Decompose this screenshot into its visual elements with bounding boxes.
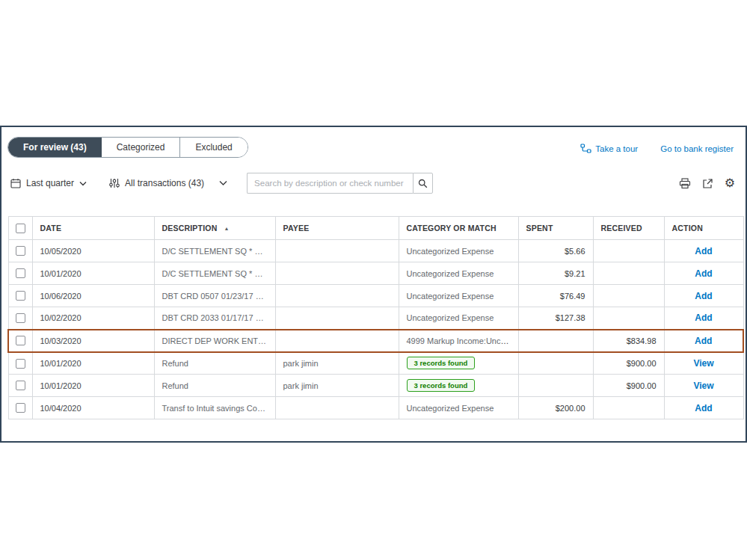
received-cell: [593, 262, 664, 285]
payee-cell: [275, 285, 399, 307]
go-to-bank-register-link[interactable]: Go to bank register: [660, 144, 734, 153]
row-checkbox[interactable]: [16, 246, 25, 256]
payee-cell: park jimin: [275, 375, 399, 397]
checkbox-cell: [8, 285, 32, 307]
received-cell: $900.00: [593, 352, 664, 375]
table-row: 10/05/2020 D/C SETTLEMENT SQ * EATIN ...…: [8, 240, 743, 262]
transaction-type-chevron-icon[interactable]: [219, 180, 227, 186]
col-description[interactable]: DESCRIPTION ▲: [154, 217, 275, 240]
print-icon[interactable]: [679, 178, 691, 189]
description-cell: DBT CRD 2033 01/17/17 00023...: [154, 307, 275, 330]
table-header-row: DATE DESCRIPTION ▲ PAYEE CATEGORY OR MAT…: [8, 217, 743, 240]
transactions-table-wrap: DATE DESCRIPTION ▲ PAYEE CATEGORY OR MAT…: [7, 216, 740, 419]
table-row: 10/01/2020 Refund park jimin 3 records f…: [8, 375, 743, 397]
col-description-label: DESCRIPTION: [162, 224, 218, 233]
description-cell: D/C SETTLEMENT SQ * EATIN ...: [154, 240, 275, 262]
search-input[interactable]: [247, 173, 413, 194]
transactions-body: 10/05/2020 D/C SETTLEMENT SQ * EATIN ...…: [8, 240, 743, 419]
category-cell: Uncategorized Expense: [399, 240, 518, 262]
banking-transactions-screen: For review (43) Categorized Excluded Tak…: [0, 0, 747, 560]
transaction-type-label: All transactions (43): [125, 178, 204, 188]
row-checkbox[interactable]: [16, 268, 25, 278]
date-cell: 10/01/2020: [32, 352, 154, 375]
chevron-down-icon: [79, 181, 87, 186]
settings-gear-icon[interactable]: ⚙: [725, 177, 735, 189]
tab-excluded[interactable]: Excluded: [180, 138, 247, 157]
checkbox-cell: [8, 330, 32, 352]
action-link[interactable]: Add: [664, 307, 743, 330]
col-payee[interactable]: PAYEE: [275, 217, 399, 240]
filter-sliders-icon: [109, 178, 120, 188]
category-text: Uncategorized Expense: [407, 404, 494, 413]
description-cell: DBT CRD 0507 01/23/17 00035...: [154, 285, 275, 307]
take-a-tour-label: Take a tour: [595, 144, 638, 153]
payee-cell: [275, 307, 399, 330]
date-cell: 10/04/2020: [32, 397, 154, 419]
export-icon[interactable]: [702, 178, 713, 189]
date-range-filter[interactable]: Last quarter: [10, 178, 87, 188]
checkbox-cell: [8, 397, 32, 419]
header-links: Take a tour Go to bank register: [580, 144, 734, 153]
checkbox-cell: [8, 352, 32, 375]
row-checkbox[interactable]: [16, 291, 25, 301]
action-link[interactable]: Add: [664, 397, 743, 419]
spent-cell: $200.00: [518, 397, 593, 419]
col-spent[interactable]: SPENT: [518, 217, 593, 240]
col-category-or-match[interactable]: CATEGORY OR MATCH: [399, 217, 518, 240]
row-checkbox[interactable]: [16, 313, 25, 323]
select-all-header-cell: [8, 217, 32, 240]
table-toolbar: ⚙: [679, 177, 735, 189]
take-a-tour-link[interactable]: Take a tour: [580, 144, 638, 153]
description-cell: Transf to Intuit savings Confirm...: [154, 397, 275, 419]
action-link[interactable]: Add: [664, 285, 743, 307]
transaction-tabs: For review (43) Categorized Excluded: [7, 137, 248, 158]
action-link[interactable]: View: [664, 352, 743, 375]
table-row: 10/01/2020 Refund park jimin 3 records f…: [8, 352, 743, 375]
records-found-badge[interactable]: 3 records found: [407, 379, 476, 392]
received-cell: [593, 240, 664, 262]
search-button[interactable]: [413, 173, 433, 194]
transaction-type-filter[interactable]: All transactions (43): [109, 178, 204, 188]
row-checkbox[interactable]: [16, 403, 25, 413]
row-checkbox[interactable]: [16, 359, 25, 369]
spent-cell: $76.49: [518, 285, 593, 307]
sort-asc-icon: ▲: [224, 226, 230, 231]
payee-cell: [275, 397, 399, 419]
action-link[interactable]: Add: [664, 262, 743, 285]
payee-cell: [275, 262, 399, 285]
action-link[interactable]: View: [664, 375, 743, 397]
received-cell: $900.00: [593, 375, 664, 397]
spent-cell: [518, 352, 593, 375]
tab-for-review[interactable]: For review (43): [8, 138, 102, 157]
table-row: 10/06/2020 DBT CRD 0507 01/23/17 00035..…: [8, 285, 743, 307]
checkbox-cell: [8, 240, 32, 262]
action-link[interactable]: Add: [664, 330, 743, 352]
received-cell: $834.98: [593, 330, 664, 352]
table-row: 10/04/2020 Transf to Intuit savings Conf…: [8, 397, 743, 419]
calendar-icon: [10, 178, 21, 188]
table-row: 10/03/2020 DIRECT DEP WORK ENTERPRIS... …: [8, 330, 743, 352]
row-checkbox[interactable]: [16, 381, 25, 390]
tab-categorized[interactable]: Categorized: [102, 138, 181, 157]
select-all-checkbox[interactable]: [16, 224, 25, 233]
spent-cell: $5.66: [518, 240, 593, 262]
payee-cell: [275, 240, 399, 262]
row-checkbox[interactable]: [16, 336, 25, 345]
action-link[interactable]: Add: [664, 240, 743, 262]
date-range-label: Last quarter: [26, 178, 74, 188]
search-box: [247, 173, 433, 194]
col-received[interactable]: RECEIVED: [593, 217, 664, 240]
date-cell: 10/06/2020: [32, 285, 154, 307]
payee-cell: park jimin: [275, 352, 399, 375]
checkbox-cell: [8, 262, 32, 285]
records-found-badge[interactable]: 3 records found: [407, 357, 476, 369]
category-cell: Uncategorized Expense: [399, 262, 518, 285]
table-row: 10/02/2020 DBT CRD 2033 01/17/17 00023..…: [8, 307, 743, 330]
spent-cell: [518, 330, 593, 352]
col-action[interactable]: ACTION: [664, 217, 743, 240]
category-text: 4999 Markup Income:Uncategoriz: [407, 336, 519, 345]
table-row: 10/01/2020 D/C SETTLEMENT SQ * GRUBB... …: [8, 262, 743, 285]
description-cell: Refund: [154, 352, 275, 375]
received-cell: [593, 285, 664, 307]
col-date[interactable]: DATE: [32, 217, 154, 240]
